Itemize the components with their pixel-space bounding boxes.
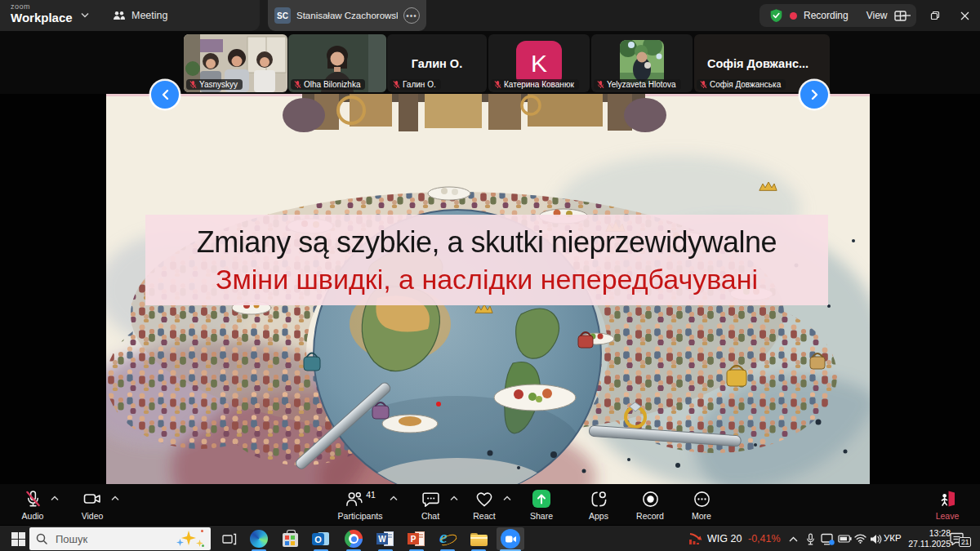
- tab-meeting-label: Meeting: [131, 10, 167, 21]
- record-icon: [641, 490, 660, 509]
- leave-door-icon: [938, 489, 957, 509]
- word-icon[interactable]: W: [373, 528, 398, 549]
- mic-muted-icon: [294, 80, 301, 89]
- close-button[interactable]: [951, 0, 978, 31]
- copilot-sparkle-icon: [176, 530, 204, 548]
- shared-screen-area: Zmiany są szybkie, a skutki nieprzewidyw…: [0, 94, 980, 484]
- start-button[interactable]: [6, 528, 30, 549]
- participant-tile-yelyzaveta[interactable]: Yelyzaveta Hlotova: [591, 34, 693, 92]
- chevron-down-icon[interactable]: [81, 12, 89, 18]
- mic-muted-icon: [494, 80, 501, 89]
- search-input[interactable]: [54, 532, 155, 546]
- tab-meeting[interactable]: Meeting: [105, 0, 176, 31]
- participant-tile-olha[interactable]: Olha Bilonizhka: [288, 34, 386, 92]
- task-view-button[interactable]: [217, 528, 242, 549]
- screen-tab-label: Stanisaław Czachorowski's screen: [296, 11, 398, 20]
- recording-label: Recording: [804, 10, 849, 21]
- view-button[interactable]: View: [866, 10, 888, 21]
- app-menu-button[interactable]: zoom Workplace: [11, 2, 73, 24]
- maximize-button[interactable]: [921, 0, 949, 31]
- apps-icon: [590, 490, 608, 509]
- recording-dot-icon: [790, 12, 797, 20]
- search-icon: [36, 533, 47, 544]
- clock-date: 27.11.2025: [902, 539, 951, 549]
- outlook-icon[interactable]: O: [309, 528, 333, 549]
- tray-cast-icon[interactable]: [819, 528, 835, 549]
- task-view-icon: [222, 533, 237, 545]
- video-button[interactable]: Video: [56, 489, 129, 521]
- stock-down-icon: [688, 532, 703, 545]
- windows-taskbar: O W P: [0, 525, 980, 551]
- mic-muted-icon: [597, 80, 604, 89]
- clock-time: 13:28: [902, 528, 951, 539]
- edge-browser-icon[interactable]: [247, 528, 271, 549]
- share-icon: [532, 490, 550, 508]
- participant-label: Olha Bilonizhka: [291, 79, 365, 90]
- participant-label: Катерина Кованюк: [491, 79, 579, 90]
- scroll-left-button[interactable]: [151, 81, 179, 109]
- mic-muted-icon: [700, 80, 707, 89]
- mic-muted-icon: [189, 80, 197, 89]
- participant-tile-halyn[interactable]: Галин О. Галин О.: [387, 34, 487, 92]
- meeting-toolbar: Audio Video 41 Par: [0, 484, 980, 525]
- security-shield-icon[interactable]: [769, 8, 783, 23]
- chat-icon: [421, 490, 440, 509]
- participant-label: Yelyzaveta Hlotova: [594, 79, 681, 90]
- scroll-right-button[interactable]: [800, 81, 828, 109]
- tray-mic-icon[interactable]: [803, 528, 817, 549]
- video-options-caret[interactable]: [111, 495, 119, 501]
- meeting-people-icon: [113, 11, 126, 21]
- windows-logo-icon: [11, 532, 25, 546]
- participants-count: 41: [366, 490, 376, 500]
- notification-count-badge: 21: [959, 537, 971, 547]
- brand-zoom: zoom: [11, 2, 73, 11]
- slide-title-pl: Zmiany są szybkie, a skutki nieprzewidyw…: [197, 223, 777, 261]
- mic-muted-icon: [393, 80, 400, 89]
- camera-icon: [82, 489, 102, 509]
- chrome-icon[interactable]: [341, 528, 366, 549]
- powerpoint-icon[interactable]: P: [404, 528, 429, 549]
- participant-tile-kateryna[interactable]: K Катерина Кованюк: [488, 34, 590, 92]
- participant-label: Yasnyskyy: [186, 79, 243, 90]
- stock-index-label[interactable]: WIG 20: [707, 533, 742, 544]
- more-button[interactable]: More: [665, 489, 738, 521]
- slide-title-uk: Зміни швидкі, а наслідки непередбачувані: [216, 261, 758, 297]
- stock-widget-icon[interactable]: [688, 528, 704, 549]
- internet-explorer-icon[interactable]: e: [435, 528, 460, 549]
- leave-button[interactable]: Leave: [911, 489, 980, 521]
- file-explorer-icon[interactable]: [466, 528, 491, 549]
- tab-shared-screen[interactable]: SC Stanisaław Czachorowski's screen •••: [268, 0, 426, 31]
- tray-wifi-icon[interactable]: [853, 528, 867, 549]
- tray-battery-icon[interactable]: [836, 528, 853, 549]
- taskbar-clock[interactable]: 13:28 27.11.2025: [902, 528, 951, 549]
- screen-tab-badge: SC: [274, 7, 291, 24]
- more-icon: [693, 490, 711, 509]
- participants-strip: Yasnyskyy Olha Bilonizhka: [0, 31, 980, 94]
- language-indicator[interactable]: УКР: [884, 533, 902, 543]
- microsoft-store-icon[interactable]: [278, 528, 302, 549]
- avatar: [620, 40, 664, 84]
- participant-tile-yasnyskyy[interactable]: Yasnyskyy: [184, 34, 287, 92]
- titlebar: zoom Workplace Meeting SC Stanisaław Cza…: [0, 0, 980, 31]
- laser-pointer-dot: [436, 402, 441, 407]
- tray-volume-icon[interactable]: [867, 528, 884, 549]
- taskbar-search[interactable]: [29, 527, 211, 550]
- brand-workplace: Workplace: [11, 11, 73, 24]
- mic-muted-icon: [24, 489, 42, 509]
- slide-title-banner: Zmiany są szybkie, a skutki nieprzewidyw…: [145, 215, 828, 305]
- participants-icon: [345, 490, 363, 509]
- zoom-meeting-window: zoom Workplace Meeting SC Stanisaław Cza…: [0, 0, 980, 551]
- participants-button[interactable]: 41 Participants: [323, 489, 397, 521]
- minimize-button[interactable]: [893, 0, 920, 31]
- stock-change-label[interactable]: -0,41%: [748, 533, 781, 544]
- participant-label: Галин О.: [390, 79, 441, 90]
- zoom-app-icon[interactable]: [497, 527, 524, 550]
- tray-chevron-icon[interactable]: [786, 528, 800, 549]
- heart-icon: [474, 490, 494, 509]
- tab-options-icon[interactable]: •••: [403, 7, 420, 24]
- participant-label: Софія Довжанська: [697, 79, 786, 90]
